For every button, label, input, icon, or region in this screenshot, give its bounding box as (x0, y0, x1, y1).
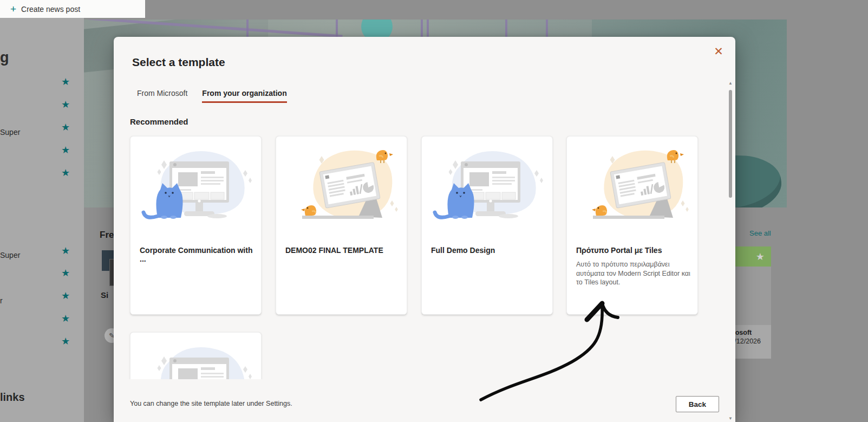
template-illustration (130, 137, 262, 242)
favorite-star-icon[interactable]: ★ (60, 145, 71, 155)
create-news-post-bar[interactable]: + Create news post (0, 0, 145, 18)
template-card-full-demo-design[interactable]: Full Demo Design (421, 136, 553, 315)
template-name: DEMO02 FINAL TEMPLATE (285, 246, 399, 255)
favorite-star-icon[interactable]: ★ (60, 336, 71, 347)
template-description: Αυτό το πρότυπο περιλαμβάνει αυτόματα το… (576, 260, 691, 287)
favorite-star-icon[interactable]: ★ (60, 245, 71, 256)
template-card-prototypo-portal-me-tiles[interactable]: Πρότυπο Portal με Tiles Αυτό το πρότυπο … (566, 136, 698, 315)
template-name: Corporate Communication with ... (140, 246, 253, 263)
favorite-star-icon[interactable]: ★ (60, 313, 71, 324)
template-name: Πρότυπο Portal με Tiles (576, 246, 690, 255)
scrollbar-thumb[interactable] (729, 90, 732, 198)
plus-icon: + (10, 4, 16, 14)
template-card-demo02-final-template[interactable]: DEMO02 FINAL TEMPLATE (276, 136, 407, 315)
links-heading-fragment: links (0, 391, 25, 404)
site-name-fragment: Si (101, 290, 108, 300)
saved-star-icon[interactable]: ★ (756, 251, 765, 263)
template-illustration (567, 137, 699, 242)
favorite-star-icon[interactable]: ★ (60, 99, 71, 110)
create-news-post-label: Create news post (21, 5, 80, 14)
footer-note: You can change the site template later u… (130, 400, 292, 407)
favorite-star-icon[interactable]: ★ (60, 122, 71, 133)
see-all-link[interactable]: See all (749, 229, 771, 237)
back-button[interactable]: Back (676, 396, 719, 412)
frequent-heading-fragment: Fre (100, 230, 114, 241)
select-template-dialog: ✕ Select a template From Microsoft From … (114, 37, 735, 422)
template-illustration (130, 333, 262, 379)
sidebar-item-fragment[interactable]: Super (0, 128, 20, 137)
scroll-down-icon[interactable]: ▼ (727, 415, 734, 422)
scroll-up-icon[interactable]: ▲ (727, 80, 734, 87)
screen: + Create news post g ★ ★ ★ ★ ★ ★ ★ ★ ★ ★… (0, 0, 868, 422)
template-list: Corporate Communication with ... (114, 37, 735, 379)
favorite-star-icon[interactable]: ★ (60, 290, 71, 301)
template-illustration (276, 137, 408, 242)
template-illustration (422, 137, 553, 242)
sidebar-item-fragment[interactable]: Super (0, 251, 20, 259)
dimmed-sidebar: g ★ ★ ★ ★ ★ ★ ★ ★ ★ ★ Super Super r link… (0, 18, 84, 422)
favorite-star-icon[interactable]: ★ (60, 76, 71, 87)
template-card-partial[interactable] (130, 332, 262, 379)
dialog-footer: You can change the site template later u… (114, 379, 735, 422)
favorite-star-icon[interactable]: ★ (60, 268, 71, 278)
dialog-scrollbar[interactable]: ▲ ▼ (727, 80, 734, 422)
template-card-corporate-communication[interactable]: Corporate Communication with ... (130, 136, 262, 315)
sidebar-heading-fragment: g (0, 49, 9, 66)
sidebar-item-fragment[interactable]: r (0, 296, 3, 305)
favorite-star-icon[interactable]: ★ (60, 167, 71, 178)
template-name: Full Demo Design (431, 246, 545, 255)
